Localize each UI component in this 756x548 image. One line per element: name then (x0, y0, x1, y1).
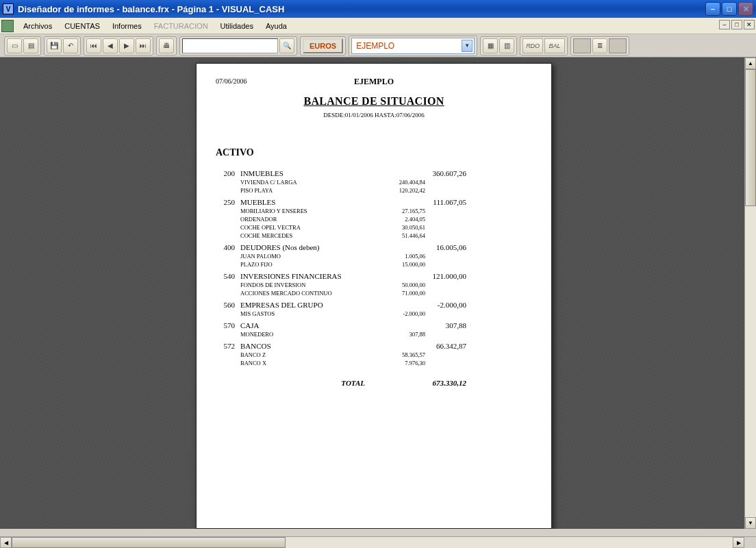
close-button[interactable]: ✕ (738, 2, 753, 16)
subaccount-name: ACCIONES MERCADO CONTINUO (240, 290, 364, 297)
subaccount-name: PLAZO FIJO (240, 261, 364, 268)
horizontal-scrollbar[interactable]: ◀ ▶ (0, 536, 756, 548)
menu-informes[interactable]: Informes (107, 21, 147, 32)
report-total-row: TOTAL 673.330,12 (216, 379, 532, 387)
subaccount-amount: -2.000,00 (364, 310, 425, 317)
account-amount: 16.005,06 (398, 243, 466, 251)
bal-button[interactable]: BAL (544, 38, 565, 53)
report-company: EJEMPLO (216, 77, 532, 87)
toolbar-group-currency: EUROS (300, 36, 346, 55)
rdo-button[interactable]: RDO (522, 38, 543, 53)
subaccount-name: VIVIENDA C/ LARGA (240, 179, 364, 186)
scroll-track[interactable] (745, 69, 756, 517)
print-button[interactable]: 🖶 (159, 38, 174, 53)
account-amount: 111.067,05 (398, 198, 466, 206)
search-button[interactable]: 🔍 (279, 38, 294, 53)
toolbar-group-search: 🔍 (179, 36, 297, 55)
hscroll-thumb[interactable] (12, 537, 286, 548)
subaccount-name: FONDOS DE INVERSION (240, 282, 364, 288)
window-title: Diseñador de informes - balance.frx - Pá… (18, 4, 705, 14)
subaccount-amount: 50.000,00 (364, 282, 425, 288)
toolbar-group-misc: ≣ (570, 36, 629, 55)
account-code: 560 (216, 301, 240, 309)
company-select-value: EJEMPLO (356, 41, 394, 51)
subaccount-row: MONEDERO307,88 (216, 329, 532, 338)
account-row: 570CAJA307,88 (216, 317, 532, 329)
account-row: 250MUEBLES111.067,05 (216, 194, 532, 206)
subaccount-name: MIS GASTOS (240, 310, 364, 317)
view2-button[interactable]: ▥ (499, 38, 514, 53)
total-amount: 673.330,12 (377, 379, 466, 387)
mdi-close-button[interactable]: ✕ (744, 20, 755, 29)
scroll-thumb[interactable] (745, 69, 756, 206)
maximize-button[interactable]: □ (722, 2, 737, 16)
account-amount: 307,88 (398, 321, 466, 329)
account-row: 400DEUDORES (Nos deben)16.005,06 (216, 239, 532, 251)
report-title: BALANCE DE SITUACION (216, 95, 532, 108)
scroll-left-icon[interactable]: ◀ (0, 537, 12, 548)
subaccount-row: ACCIONES MERCADO CONTINUO71.000,00 (216, 288, 532, 297)
last-page-button[interactable]: ⏭ (136, 38, 151, 53)
mdi-minimize-button[interactable]: – (719, 20, 730, 29)
search-input[interactable] (182, 38, 278, 53)
save-button[interactable]: 💾 (47, 38, 62, 53)
toolbar-group-file: ▭ ▤ (4, 36, 41, 55)
toolbar-group-company: EJEMPLO ▼ (349, 36, 477, 56)
subaccount-row: PISO PLAYA120.202,42 (216, 186, 532, 194)
hscroll-track[interactable] (12, 537, 733, 548)
undo-button[interactable]: ↶ (63, 38, 78, 53)
mdi-restore-button[interactable]: □ (731, 20, 742, 29)
account-code: 250 (216, 198, 240, 206)
account-name: DEUDORES (Nos deben) (240, 243, 398, 251)
new-button[interactable]: ▭ (7, 38, 22, 53)
chevron-down-icon: ▼ (462, 40, 473, 52)
toolbar-group-report: RDO BAL (520, 36, 568, 55)
account-name: BANCOS (240, 342, 398, 350)
subaccount-row: ORDENADOR2.404,05 (216, 214, 532, 223)
subaccount-name: JUAN PALOMO (240, 253, 364, 260)
company-select[interactable]: EJEMPLO ▼ (351, 38, 475, 54)
next-page-button[interactable]: ▶ (119, 38, 134, 53)
scroll-up-icon[interactable]: ▲ (745, 58, 756, 69)
account-name: INVERSIONES FINANCIERAS (240, 272, 398, 280)
euros-button[interactable]: EUROS (303, 38, 343, 53)
subaccount-row: FONDOS DE INVERSION50.000,00 (216, 280, 532, 288)
app-menu-icon[interactable] (1, 20, 14, 32)
first-page-button[interactable]: ⏮ (86, 38, 101, 53)
view1-button[interactable]: ▦ (483, 38, 498, 53)
subaccount-name: COCHE OPEL VECTRA (240, 224, 364, 231)
menu-archivos[interactable]: Archivos (18, 21, 58, 32)
subaccount-amount: 307,88 (364, 331, 425, 338)
account-amount: 66.342,87 (398, 342, 466, 350)
account-code: 540 (216, 272, 240, 280)
account-code: 572 (216, 342, 240, 350)
menu-facturacion: FACTURACION (149, 21, 214, 32)
scroll-right-icon[interactable]: ▶ (733, 537, 744, 548)
account-row: 540INVERSIONES FINANCIERAS121.000,00 (216, 268, 532, 280)
misc1-button[interactable] (573, 38, 591, 53)
scroll-down-icon[interactable]: ▼ (745, 517, 756, 529)
vertical-scrollbar[interactable]: ▲ ▼ (744, 58, 756, 529)
menu-ayuda[interactable]: Ayuda (260, 21, 292, 32)
report-body: 200INMUEBLES360.607,26VIVIENDA C/ LARGA2… (216, 165, 532, 366)
prev-page-button[interactable]: ◀ (103, 38, 118, 53)
misc2-button[interactable]: ≣ (592, 38, 607, 53)
minimize-button[interactable]: – (705, 2, 720, 16)
report-range: DESDE:01/01/2006 HASTA:07/06/2006 (216, 112, 532, 119)
account-code: 570 (216, 321, 240, 329)
account-name: EMPRESAS DEL GRUPO (240, 301, 398, 309)
account-amount: 121.000,00 (398, 272, 466, 280)
menu-utilidades[interactable]: Utilidades (215, 21, 259, 32)
account-name: INMUEBLES (240, 169, 398, 177)
account-name: CAJA (240, 321, 398, 329)
menu-cuentas[interactable]: CUENTAS (59, 21, 105, 32)
account-amount: -2.000,00 (398, 301, 466, 309)
misc3-button[interactable] (609, 38, 627, 53)
subaccount-name: MOBILIARIO Y ENSERES (240, 208, 364, 214)
subaccount-amount: 58.365,57 (364, 351, 425, 358)
scrollbar-corner (744, 537, 756, 548)
subaccount-name: ORDENADOR (240, 216, 364, 223)
open-button[interactable]: ▤ (23, 38, 38, 53)
subaccount-row: BANCO X7.976,30 (216, 358, 532, 366)
total-label: TOTAL (240, 379, 377, 387)
